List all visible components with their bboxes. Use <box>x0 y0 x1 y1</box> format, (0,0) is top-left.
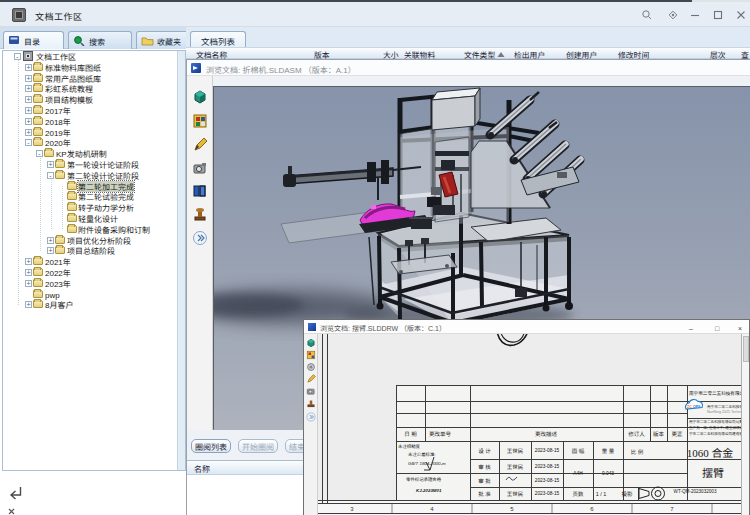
svg-text:投影: 投影 <box>621 490 633 498</box>
svg-text:A4H: A4H <box>573 469 583 476</box>
svg-text:零件标记承理合格: 零件标记承理合格 <box>406 476 442 482</box>
svg-text:王世民: 王世民 <box>507 490 524 498</box>
svg-text:重 量: 重 量 <box>602 447 615 455</box>
svg-text:南宁市二零二五科技有限公司是集研发和: 南宁市二零二五科技有限公司是集研发和 <box>689 419 742 424</box>
svg-text:未注相糙度: 未注相糙度 <box>398 443 421 449</box>
svg-text:南宁市二零二五科技有限公司: 南宁市二零二五科技有限公司 <box>689 390 742 396</box>
svg-text:修订人: 修订人 <box>628 430 645 438</box>
svg-text:更正: 更正 <box>671 430 683 438</box>
svg-text:1060 合金: 1060 合金 <box>687 444 734 460</box>
svg-text:未注公差标准:: 未注公差标准: <box>408 451 436 457</box>
svg-text:王世民: 王世民 <box>507 447 524 455</box>
svg-text:比 例: 比 例 <box>631 448 644 456</box>
svg-text:2023-08-15: 2023-08-15 <box>535 476 560 483</box>
svg-text:2023-08-15: 2023-08-15 <box>535 462 560 469</box>
svg-text:0.043: 0.043 <box>602 469 614 476</box>
svg-text:更改单号: 更改单号 <box>429 430 452 438</box>
svg-text:审 批: 审 批 <box>478 477 491 485</box>
svg-text:版本: 版本 <box>653 430 665 438</box>
svg-text:KJ-2023M01: KJ-2023M01 <box>416 487 442 493</box>
svg-text:批 准: 批 准 <box>478 490 491 498</box>
svg-text:王世民: 王世民 <box>507 463 524 471</box>
svg-text:1 / 1: 1 / 1 <box>596 490 607 498</box>
svg-text:更改描述: 更改描述 <box>535 430 558 438</box>
svg-text:WT-QM-2023032003: WT-QM-2023032003 <box>674 488 717 494</box>
svg-text:宁市二零二五科技有限公司建设管理规范: 宁市二零二五科技有限公司建设管理规范 <box>689 431 742 436</box>
svg-text:ZC: ZC <box>687 404 692 409</box>
svg-text:日 期: 日 期 <box>404 430 417 438</box>
svg-text:图 幅: 图 幅 <box>572 447 585 455</box>
svg-text:页数: 页数 <box>572 490 584 498</box>
svg-text:2023-08-15: 2023-08-15 <box>535 446 560 453</box>
svg-text:审 核: 审 核 <box>478 463 491 471</box>
svg-text:NanNing 2025 Technology: NanNing 2025 Technology <box>707 409 742 414</box>
svg-text:设 计: 设 计 <box>478 447 491 455</box>
svg-text:摆臂: 摆臂 <box>702 464 724 480</box>
svg-text:2023-08-15: 2023-08-15 <box>535 489 560 496</box>
svg-text:生产为一体, 在设计中, 建立该项目的特: 生产为一体, 在设计中, 建立该项目的特 <box>689 425 742 430</box>
svg-text:OPS: OPS <box>693 404 701 409</box>
